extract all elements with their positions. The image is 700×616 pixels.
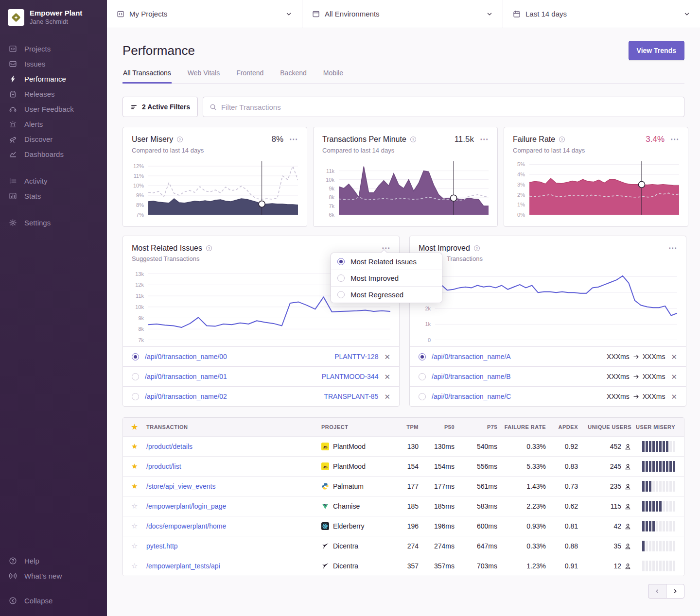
star-filled-icon[interactable]: ★ xyxy=(123,482,146,491)
org-switcher[interactable]: Empower Plant Jane Schmidt xyxy=(0,8,107,30)
radio-button[interactable] xyxy=(132,373,139,380)
transaction-link[interactable]: /docs/empowerplant/home xyxy=(146,522,321,530)
close-icon[interactable]: ✕ xyxy=(671,373,677,380)
table-row: ☆ /empowerplant_tests/api Dicentra 357 3… xyxy=(123,556,684,576)
sidebar-item-user-feedback[interactable]: User Feedback xyxy=(0,102,107,117)
card-value: 3.4% xyxy=(646,135,665,144)
collapse-icon xyxy=(9,597,17,605)
ellipsis-menu-icon[interactable]: ⋯ xyxy=(480,137,489,142)
help-icon[interactable]: ? xyxy=(410,136,417,143)
tab-web-vitals[interactable]: Web Vitals xyxy=(187,69,220,83)
issue-link[interactable]: PLANTMOOD-344 xyxy=(322,373,379,380)
p50-value: 130ms xyxy=(419,443,455,450)
sidebar-item-discover[interactable]: Discover xyxy=(0,132,107,147)
transaction-link[interactable]: /api/0/transaction_name/01 xyxy=(145,373,227,380)
empower-plant-logo-icon xyxy=(11,12,21,23)
arrow-right-icon xyxy=(633,374,639,380)
settings-icon xyxy=(9,219,17,227)
table-row: ★ /product/details JS PlantMood 130 130m… xyxy=(123,436,684,456)
project-cell[interactable]: Palmatum xyxy=(321,482,394,490)
date-range-selector[interactable]: Last 14 days xyxy=(503,0,700,28)
sidebar-item-releases[interactable]: Releases xyxy=(0,86,107,102)
project-cell[interactable]: Elderberry xyxy=(321,522,394,530)
help-icon[interactable]: ? xyxy=(206,245,212,252)
project-cell[interactable]: JS PlantMood xyxy=(321,443,394,450)
dropdown-option-most-regressed[interactable]: Most Regressed xyxy=(331,286,442,303)
transaction-link[interactable]: /api/0/transaction_name/A xyxy=(432,353,511,360)
transaction-link[interactable]: pytest.http xyxy=(146,542,321,550)
sidebar-item-settings[interactable]: Settings xyxy=(0,215,107,230)
radio-button xyxy=(337,291,345,298)
star-outline-icon[interactable]: ☆ xyxy=(123,562,146,570)
transaction-link[interactable]: /api/0/transaction_name/C xyxy=(432,393,511,400)
close-icon[interactable]: ✕ xyxy=(384,353,390,360)
sidebar-item-alerts[interactable]: Alerts xyxy=(0,117,107,132)
close-icon[interactable]: ✕ xyxy=(671,353,677,360)
radio-button[interactable] xyxy=(419,353,426,360)
environment-selector[interactable]: All Environments xyxy=(302,0,503,28)
project-cell[interactable]: JS PlantMood xyxy=(321,462,394,470)
radio-button[interactable] xyxy=(419,373,426,380)
sidebar-item-stats[interactable]: Stats xyxy=(0,188,107,204)
transaction-list-item: /api/0/transaction_name/B XXXmsXXXms ✕ xyxy=(410,366,686,386)
ellipsis-menu-icon[interactable]: ⋯ xyxy=(670,137,679,142)
star-outline-icon[interactable]: ☆ xyxy=(123,522,146,530)
close-icon[interactable]: ✕ xyxy=(384,373,390,380)
tab-backend[interactable]: Backend xyxy=(280,69,307,83)
help-icon[interactable]: ? xyxy=(559,136,565,143)
star-filled-icon[interactable]: ★ xyxy=(123,442,146,451)
sidebar-item-activity[interactable]: Activity xyxy=(0,173,107,188)
next-page-button[interactable] xyxy=(666,584,684,599)
help-icon[interactable]: ? xyxy=(176,136,183,143)
ellipsis-menu-icon[interactable]: ⋯ xyxy=(289,137,298,142)
search-input[interactable] xyxy=(221,103,678,111)
close-icon[interactable]: ✕ xyxy=(384,393,390,400)
dropdown-option-most-improved[interactable]: Most Improved xyxy=(331,270,442,286)
transaction-link[interactable]: /empowerplant/login_page xyxy=(146,502,321,510)
issue-link[interactable]: TRANSPLANT-85 xyxy=(324,393,378,400)
page-title: Performance xyxy=(122,43,195,58)
project-selector[interactable]: My Projects xyxy=(107,0,302,28)
issue-link[interactable]: PLANTTV-128 xyxy=(334,353,378,360)
ellipsis-menu-icon[interactable]: ⋯ xyxy=(668,246,677,251)
transaction-link[interactable]: /api/0/transaction_name/B xyxy=(432,373,511,380)
star-outline-icon[interactable]: ☆ xyxy=(123,542,146,550)
view-trends-button[interactable]: View Trends xyxy=(629,41,684,60)
star-icon[interactable]: ★ xyxy=(123,423,146,431)
react-icon xyxy=(321,522,329,530)
project-cell[interactable]: Dicentra xyxy=(321,562,394,570)
dropdown-option-most-related-issues[interactable]: Most Related Issues xyxy=(331,253,442,270)
sidebar-item-whats-new[interactable]: What’s new xyxy=(0,568,107,583)
transaction-link[interactable]: /product/list xyxy=(146,462,321,470)
project-icon xyxy=(117,10,124,18)
transaction-link[interactable]: /product/details xyxy=(146,443,321,450)
close-icon[interactable]: ✕ xyxy=(671,393,677,400)
sidebar-item-performance[interactable]: Performance xyxy=(0,71,107,86)
chevron-left-icon xyxy=(654,588,661,595)
tab-frontend[interactable]: Frontend xyxy=(236,69,264,83)
sidebar-item-collapse[interactable]: Collapse xyxy=(0,593,107,608)
transaction-link[interactable]: /store/api_view_events xyxy=(146,482,321,490)
help-icon[interactable]: ? xyxy=(473,245,480,252)
sidebar-item-help[interactable]: Help xyxy=(0,553,107,568)
star-filled-icon[interactable]: ★ xyxy=(123,462,146,471)
transaction-link[interactable]: /api/0/transaction_name/00 xyxy=(145,353,227,360)
transaction-link[interactable]: /api/0/transaction_name/02 xyxy=(145,393,227,400)
sidebar-item-projects[interactable]: Projects xyxy=(0,41,107,56)
radio-button[interactable] xyxy=(132,353,139,360)
previous-page-button[interactable] xyxy=(648,584,666,599)
radio-button[interactable] xyxy=(419,393,426,400)
project-cell[interactable]: Chamise xyxy=(321,502,394,510)
sidebar-item-issues[interactable]: Issues xyxy=(0,56,107,71)
radio-button[interactable] xyxy=(132,393,139,400)
sidebar-item-dashboards[interactable]: Dashboards xyxy=(0,147,107,162)
project-cell[interactable]: Dicentra xyxy=(321,542,394,550)
transaction-list-item: /api/0/transaction_name/C XXXmsXXXms ✕ xyxy=(410,386,686,406)
tab-mobile[interactable]: Mobile xyxy=(323,69,344,83)
sidebar-item-label: Settings xyxy=(24,218,51,227)
star-outline-icon[interactable]: ☆ xyxy=(123,502,146,511)
active-filters-button[interactable]: 2 Active Filters xyxy=(122,97,198,117)
tab-all-transactions[interactable]: All Transactions xyxy=(122,69,172,84)
apdex-value: 0.73 xyxy=(546,482,578,490)
transaction-link[interactable]: /empowerplant_tests/api xyxy=(146,562,321,570)
